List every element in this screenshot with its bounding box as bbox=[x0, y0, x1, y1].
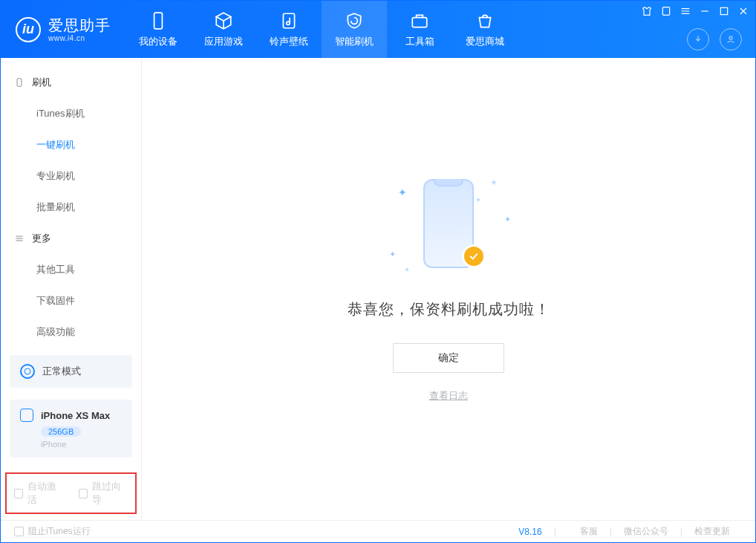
tab-label: 智能刷机 bbox=[335, 35, 374, 48]
tab-smart-flash[interactable]: 智能刷机 bbox=[322, 1, 387, 58]
sync-icon bbox=[20, 364, 35, 379]
footer-label: 阻止iTunes运行 bbox=[28, 525, 91, 538]
note-icon[interactable] bbox=[660, 5, 672, 17]
footer-support-link[interactable]: 客服 bbox=[568, 525, 610, 538]
version-label: V8.16 bbox=[518, 527, 541, 537]
app-header: iu 爱思助手 www.i4.cn 我的设备 应用游戏 铃声壁纸 智能刷机 工具… bbox=[1, 1, 755, 58]
tab-my-device[interactable]: 我的设备 bbox=[126, 1, 191, 58]
sidebar-item-pro-flash[interactable]: 专业刷机 bbox=[1, 160, 141, 192]
device-type: iPhone bbox=[41, 440, 122, 449]
spark-icon: ✦ bbox=[504, 215, 511, 224]
music-file-icon bbox=[279, 11, 299, 30]
footer-update-link[interactable]: 检查更新 bbox=[682, 525, 742, 538]
download-button[interactable] bbox=[687, 28, 709, 51]
sidebar-item-batch-flash[interactable]: 批量刷机 bbox=[1, 192, 141, 223]
spark-icon: ✦ bbox=[389, 250, 396, 259]
sidebar-group-flash: 刷机 bbox=[1, 67, 141, 98]
checkbox-icon bbox=[79, 489, 88, 498]
checkbox-icon bbox=[14, 489, 23, 498]
nav-tabs: 我的设备 应用游戏 铃声壁纸 智能刷机 工具箱 爱思商城 bbox=[126, 1, 518, 58]
svg-point-2 bbox=[287, 22, 290, 25]
tab-ringtones-wallpapers[interactable]: 铃声壁纸 bbox=[256, 1, 322, 58]
menu-icon[interactable] bbox=[680, 5, 691, 17]
svg-rect-7 bbox=[17, 79, 22, 87]
checkbox-icon bbox=[14, 527, 24, 536]
sidebar-item-other-tools[interactable]: 其他工具 bbox=[1, 254, 141, 285]
svg-rect-3 bbox=[412, 17, 427, 27]
success-message: 恭喜您，保资料刷机成功啦！ bbox=[348, 299, 550, 319]
app-body: 刷机 iTunes刷机 一键刷机 专业刷机 批量刷机 更多 其他工具 下载固件 … bbox=[1, 58, 755, 520]
dot-icon bbox=[405, 268, 408, 271]
close-icon[interactable] bbox=[737, 5, 749, 17]
view-log-link[interactable]: 查看日志 bbox=[429, 389, 468, 403]
minimize-icon[interactable] bbox=[699, 5, 711, 17]
toolbox-icon bbox=[410, 11, 429, 30]
spark-icon: ✦ bbox=[490, 178, 498, 188]
tab-label: 我的设备 bbox=[139, 35, 177, 48]
device-icon bbox=[149, 11, 168, 30]
sidebar-group-more: 更多 bbox=[1, 223, 141, 254]
group-title: 刷机 bbox=[32, 76, 51, 89]
checkbox-block-itunes[interactable]: 阻止iTunes运行 bbox=[14, 525, 91, 538]
header-actions bbox=[687, 28, 742, 51]
device-phone-icon bbox=[20, 409, 33, 422]
checkbox-auto-activate[interactable]: 自动激活 bbox=[14, 480, 64, 507]
sidebar-item-itunes-flash[interactable]: iTunes刷机 bbox=[1, 98, 141, 129]
sidebar-item-advanced[interactable]: 高级功能 bbox=[1, 316, 141, 348]
flash-options: 自动激活 跳过向导 bbox=[5, 472, 137, 514]
svg-rect-5 bbox=[720, 7, 727, 14]
cube-icon bbox=[214, 11, 233, 30]
window-controls bbox=[641, 5, 749, 17]
checkbox-skip-guide[interactable]: 跳过向导 bbox=[79, 480, 128, 507]
footer-wechat-link[interactable]: 微信公众号 bbox=[612, 525, 680, 538]
app-name: 爱思助手 bbox=[48, 16, 111, 34]
sidebar: 刷机 iTunes刷机 一键刷机 专业刷机 批量刷机 更多 其他工具 下载固件 … bbox=[1, 58, 142, 520]
tab-label: 工具箱 bbox=[405, 35, 434, 48]
bag-icon bbox=[475, 11, 495, 30]
tab-toolbox[interactable]: 工具箱 bbox=[387, 1, 452, 58]
svg-rect-0 bbox=[154, 13, 163, 29]
tab-label: 铃声壁纸 bbox=[270, 35, 308, 48]
shirt-icon[interactable] bbox=[641, 5, 653, 17]
device-name: iPhone XS Max bbox=[41, 410, 110, 421]
svg-rect-1 bbox=[283, 13, 294, 28]
group-title: 更多 bbox=[32, 232, 51, 245]
svg-point-6 bbox=[729, 36, 732, 39]
ok-button[interactable]: 确定 bbox=[393, 343, 504, 373]
device-panel: 正常模式 iPhone XS Max 256GB iPhone bbox=[10, 355, 132, 458]
refresh-shield-icon bbox=[345, 11, 364, 30]
result-illustration: ✦ ✦ ✦ ✦ bbox=[389, 176, 508, 273]
svg-rect-4 bbox=[662, 7, 669, 16]
phone-icon bbox=[14, 77, 25, 88]
app-url: www.i4.cn bbox=[48, 34, 111, 43]
logo-icon: iu bbox=[16, 17, 41, 42]
maximize-icon[interactable] bbox=[718, 5, 730, 17]
mode-card[interactable]: 正常模式 bbox=[10, 355, 132, 388]
tab-apps-games[interactable]: 应用游戏 bbox=[191, 1, 256, 58]
list-icon bbox=[14, 233, 25, 244]
sidebar-item-oneclick-flash[interactable]: 一键刷机 bbox=[1, 129, 141, 160]
sidebar-item-download-firmware[interactable]: 下载固件 bbox=[1, 285, 141, 316]
spark-icon: ✦ bbox=[398, 186, 407, 198]
tab-label: 爱思商城 bbox=[466, 35, 504, 48]
app-logo: iu 爱思助手 www.i4.cn bbox=[1, 16, 126, 43]
option-label: 跳过向导 bbox=[92, 480, 128, 507]
tab-store[interactable]: 爱思商城 bbox=[452, 1, 518, 58]
check-badge-icon bbox=[462, 244, 486, 268]
tab-label: 应用游戏 bbox=[204, 35, 243, 48]
main-content: ✦ ✦ ✦ ✦ 恭喜您，保资料刷机成功啦！ 确定 查看日志 bbox=[142, 58, 755, 520]
option-label: 自动激活 bbox=[27, 480, 63, 507]
dot-icon bbox=[477, 198, 480, 201]
device-card[interactable]: iPhone XS Max 256GB iPhone bbox=[10, 400, 132, 458]
device-capacity: 256GB bbox=[41, 426, 81, 437]
user-button[interactable] bbox=[720, 28, 742, 51]
footer-bar: 阻止iTunes运行 V8.16 | 客服 | 微信公众号 | 检查更新 bbox=[1, 520, 755, 542]
mode-label: 正常模式 bbox=[42, 365, 81, 378]
